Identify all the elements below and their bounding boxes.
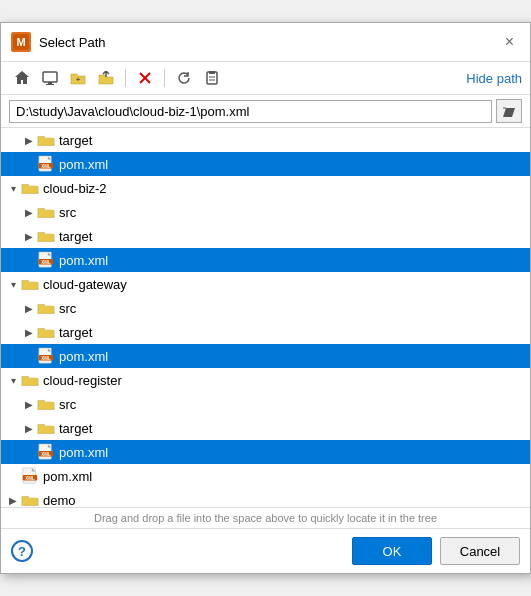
- folder-toggle-collapsed[interactable]: ▶: [21, 204, 37, 220]
- tree-item-label: pom.xml: [59, 157, 108, 172]
- tree-item-label: src: [59, 205, 76, 220]
- tree-item-4[interactable]: ▶ src: [1, 200, 530, 224]
- tree-item-label: pom.xml: [59, 349, 108, 364]
- folder-toggle-expanded[interactable]: ▾: [5, 276, 21, 292]
- tree-item-5[interactable]: ▶ target: [1, 224, 530, 248]
- folder-toggle-expanded[interactable]: ▾: [5, 180, 21, 196]
- file-tree[interactable]: ▶ target XML pom.xml▾ cloud-biz-2▶ src▶ …: [1, 128, 530, 508]
- tree-item-label: pom.xml: [59, 253, 108, 268]
- svg-text:+: +: [76, 75, 81, 84]
- tree-item-12[interactable]: ▶ src: [1, 392, 530, 416]
- drag-hint: Drag and drop a file into the space abov…: [1, 508, 530, 529]
- tree-item-10[interactable]: XML pom.xml: [1, 344, 530, 368]
- tree-item-13[interactable]: ▶ target: [1, 416, 530, 440]
- xml-file-icon: XML: [37, 347, 59, 365]
- xml-file-icon: XML: [21, 467, 43, 485]
- tree-item-label: src: [59, 301, 76, 316]
- folder-toggle-collapsed[interactable]: ▶: [21, 300, 37, 316]
- svg-text:XML: XML: [25, 476, 35, 481]
- bottom-bar: ? OK Cancel: [1, 529, 530, 573]
- select-path-dialog: M Select Path × +: [0, 22, 531, 574]
- svg-rect-2: [43, 72, 57, 82]
- dialog-title: Select Path: [39, 35, 491, 50]
- folder-icon: [37, 421, 55, 435]
- svg-rect-4: [46, 84, 54, 85]
- dialog-icon: M: [11, 32, 31, 52]
- tree-item-6[interactable]: XML pom.xml: [1, 248, 530, 272]
- folder-icon: [21, 373, 39, 387]
- svg-text:XML: XML: [41, 164, 51, 169]
- tree-item-16[interactable]: ▶ demo: [1, 488, 530, 508]
- tree-item-2[interactable]: XML pom.xml: [1, 152, 530, 176]
- tree-item-label: cloud-register: [43, 373, 122, 388]
- hide-path-link[interactable]: Hide path: [466, 71, 522, 86]
- folder-icon: [37, 133, 55, 147]
- svg-text:XML: XML: [41, 260, 51, 265]
- tree-item-3[interactable]: ▾ cloud-biz-2: [1, 176, 530, 200]
- folder-toggle-collapsed[interactable]: ▶: [21, 228, 37, 244]
- toolbar-divider-2: [164, 69, 165, 87]
- tree-item-14[interactable]: XML pom.xml: [1, 440, 530, 464]
- folder-toggle-expanded[interactable]: ▾: [5, 372, 21, 388]
- title-bar: M Select Path ×: [1, 23, 530, 62]
- folder-toggle-collapsed[interactable]: ▶: [21, 396, 37, 412]
- desktop-button[interactable]: [37, 66, 63, 90]
- svg-text:M: M: [16, 36, 25, 48]
- refresh-button[interactable]: [171, 66, 197, 90]
- svg-text:XML: XML: [41, 356, 51, 361]
- tree-item-label: cloud-gateway: [43, 277, 127, 292]
- toolbar: + Hide path: [1, 62, 530, 95]
- tree-item-label: src: [59, 397, 76, 412]
- folder-icon: [37, 301, 55, 315]
- path-input[interactable]: [9, 100, 492, 123]
- tree-item-11[interactable]: ▾ cloud-register: [1, 368, 530, 392]
- folder-icon: [37, 205, 55, 219]
- cancel-button[interactable]: Cancel: [440, 537, 520, 565]
- action-buttons: OK Cancel: [352, 537, 520, 565]
- home-button[interactable]: [9, 66, 35, 90]
- delete-button[interactable]: [132, 66, 158, 90]
- folder-toggle-collapsed[interactable]: ▶: [21, 420, 37, 436]
- tree-item-label: target: [59, 325, 92, 340]
- folder-toggle-collapsed[interactable]: ▶: [21, 324, 37, 340]
- folder-toggle-collapsed[interactable]: ▶: [5, 492, 21, 508]
- ok-button[interactable]: OK: [352, 537, 432, 565]
- folder-icon: [21, 181, 39, 195]
- tree-item-15[interactable]: XML pom.xml: [1, 464, 530, 488]
- up-button[interactable]: [93, 66, 119, 90]
- folder-toggle-collapsed[interactable]: ▶: [21, 132, 37, 148]
- toolbar-divider-1: [125, 69, 126, 87]
- tree-item-label: pom.xml: [43, 469, 92, 484]
- close-button[interactable]: ×: [499, 31, 520, 53]
- svg-text:XML: XML: [41, 452, 51, 457]
- tree-item-label: target: [59, 421, 92, 436]
- folder-icon: [37, 229, 55, 243]
- xml-file-icon: XML: [37, 443, 59, 461]
- new-folder-button[interactable]: +: [65, 66, 91, 90]
- clipboard-button[interactable]: [199, 66, 225, 90]
- svg-rect-3: [48, 82, 52, 84]
- tree-item-7[interactable]: ▾ cloud-gateway: [1, 272, 530, 296]
- folder-icon: [37, 397, 55, 411]
- path-browse-button[interactable]: [496, 99, 522, 123]
- svg-rect-9: [209, 71, 215, 74]
- help-button[interactable]: ?: [11, 540, 33, 562]
- folder-icon: [37, 325, 55, 339]
- tree-item-label: pom.xml: [59, 445, 108, 460]
- tree-item-1[interactable]: ▶ target: [1, 128, 530, 152]
- path-bar: [1, 95, 530, 128]
- tree-item-9[interactable]: ▶ target: [1, 320, 530, 344]
- folder-icon: [21, 493, 39, 507]
- tree-item-label: target: [59, 229, 92, 244]
- tree-item-8[interactable]: ▶ src: [1, 296, 530, 320]
- folder-icon: [21, 277, 39, 291]
- xml-file-icon: XML: [37, 155, 59, 173]
- tree-item-label: demo: [43, 493, 76, 508]
- tree-item-label: target: [59, 133, 92, 148]
- tree-item-label: cloud-biz-2: [43, 181, 107, 196]
- xml-file-icon: XML: [37, 251, 59, 269]
